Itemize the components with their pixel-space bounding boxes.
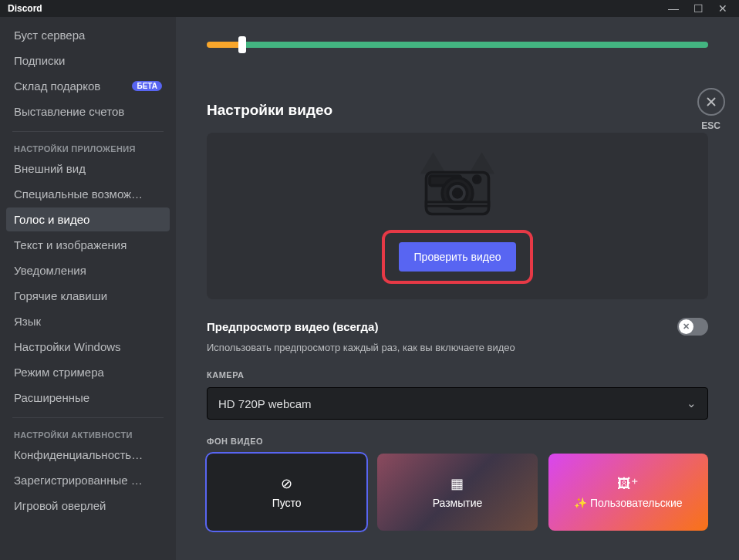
sidebar-item-registered[interactable]: Зарегистрированные … <box>6 468 170 492</box>
camera-select[interactable]: HD 720P webcam ⌄ <box>207 387 708 420</box>
camera-header: КАМЕРА <box>207 370 708 380</box>
sidebar-item-advanced[interactable]: Расширенные <box>6 386 170 410</box>
video-settings-title: Настройки видео <box>207 102 708 119</box>
preview-description: Использовать предпросмотр каждый раз, ка… <box>207 342 708 353</box>
minimize-button[interactable]: — <box>666 2 680 15</box>
background-options: ⊘ Пусто ▦ Размытие 🖼⁺ ✨ Пользовательские <box>207 454 708 531</box>
sidebar-item-privacy[interactable]: Конфиденциальность… <box>6 443 170 467</box>
bg-option-blur[interactable]: ▦ Размытие <box>377 454 537 531</box>
maximize-button[interactable]: ☐ <box>691 2 705 15</box>
sidebar-header-app: НАСТРОЙКИ ПРИЛОЖЕНИЯ <box>6 140 170 157</box>
preview-label: Предпросмотр видео (всегда) <box>207 320 378 333</box>
sidebar-item-gifts[interactable]: Склад подарков БЕТА <box>6 74 170 98</box>
settings-sidebar: Буст сервера Подписки Склад подарков БЕТ… <box>0 17 176 560</box>
sidebar-divider <box>12 417 164 418</box>
sidebar-item-streamer[interactable]: Режим стримера <box>6 360 170 384</box>
sidebar-item-voice-video[interactable]: Голос и видео <box>6 207 170 231</box>
close-icon <box>704 95 718 109</box>
sidebar-item-subscriptions[interactable]: Подписки <box>6 49 170 73</box>
sidebar-item-text-images[interactable]: Текст и изображения <box>6 233 170 257</box>
input-sensitivity-slider[interactable] <box>207 42 708 48</box>
titlebar: Discord — ☐ ✕ <box>0 0 739 17</box>
app-body: Буст сервера Подписки Склад подарков БЕТ… <box>0 17 739 560</box>
video-preview-box: Проверить видео <box>207 133 708 299</box>
none-icon: ⊘ <box>281 475 292 492</box>
sidebar-item-appearance[interactable]: Внешний вид <box>6 157 170 180</box>
sidebar-item-notifications[interactable]: Уведомления <box>6 258 170 282</box>
bg-option-custom[interactable]: 🖼⁺ ✨ Пользовательские <box>548 454 708 531</box>
camera-icon <box>407 148 508 218</box>
camera-value: HD 720P webcam <box>218 397 312 410</box>
sidebar-divider <box>12 131 164 132</box>
esc-label: ESC <box>701 120 720 131</box>
chevron-down-icon: ⌄ <box>687 396 697 410</box>
bg-option-none[interactable]: ⊘ Пусто <box>207 454 366 531</box>
svg-rect-6 <box>427 202 489 206</box>
beta-badge: БЕТА <box>132 81 162 91</box>
close-settings-button[interactable] <box>697 88 725 116</box>
sidebar-item-keybinds[interactable]: Горячие клавиши <box>6 284 170 308</box>
test-video-button[interactable]: Проверить видео <box>399 242 517 272</box>
preview-setting-row: Предпросмотр видео (всегда) <box>207 318 708 336</box>
add-image-icon: 🖼⁺ <box>617 475 639 492</box>
custom-label: ✨ Пользовательские <box>574 497 682 509</box>
close-window-button[interactable]: ✕ <box>716 2 730 15</box>
toggle-knob-icon <box>679 319 693 334</box>
sidebar-item-overlay[interactable]: Игровой оверлей <box>6 494 170 518</box>
preview-toggle[interactable] <box>677 318 708 336</box>
sidebar-item-billing[interactable]: Выставление счетов <box>6 100 170 123</box>
window-controls: — ☐ ✕ <box>666 2 736 15</box>
blur-icon: ▦ <box>450 475 464 492</box>
slider-handle[interactable] <box>238 36 246 53</box>
test-video-highlight: Проверить видео <box>382 230 534 284</box>
sidebar-item-boost[interactable]: Буст сервера <box>6 23 170 47</box>
sidebar-item-windows[interactable]: Настройки Windows <box>6 335 170 359</box>
svg-point-5 <box>474 176 481 183</box>
sidebar-item-language[interactable]: Язык <box>6 309 170 333</box>
sidebar-item-accessibility[interactable]: Специальные возмож… <box>6 182 170 206</box>
svg-point-4 <box>454 189 462 197</box>
app-title: Discord <box>3 3 42 14</box>
bg-header: ФОН ВИДЕО <box>207 437 708 446</box>
sidebar-header-activity: НАСТРОЙКИ АКТИВНОСТИ <box>6 426 170 443</box>
settings-content: Настройки видео Проверить видео Предпрос… <box>176 17 739 560</box>
